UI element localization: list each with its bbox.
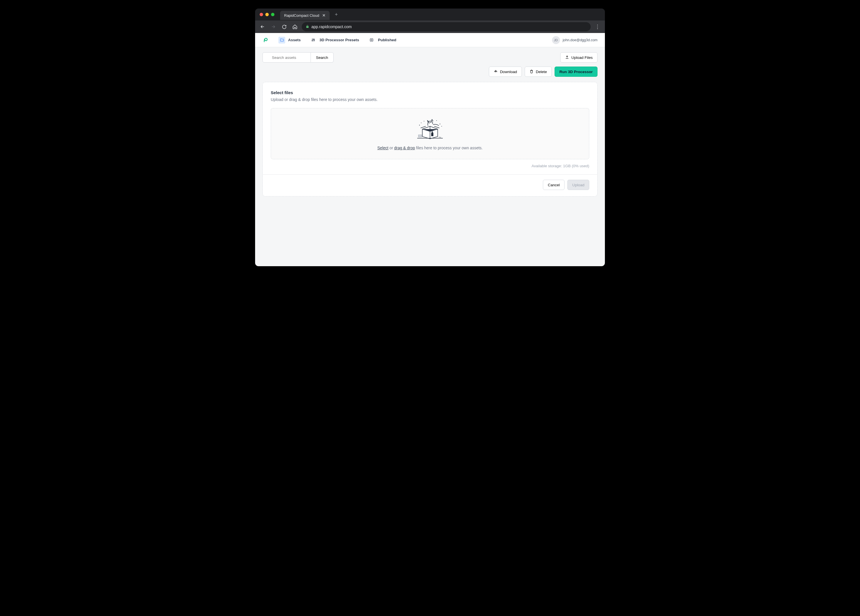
panel-title: Select files	[271, 90, 589, 95]
svg-point-7	[431, 122, 431, 123]
svg-point-1	[313, 39, 314, 40]
panel-subtitle: Upload or drag & drop files here to proc…	[271, 97, 589, 102]
dropzone-text: Select or drag & drop files here to proc…	[377, 146, 483, 150]
back-icon[interactable]	[259, 23, 267, 31]
browser-menu-icon[interactable]: ⋮	[593, 23, 601, 31]
published-icon	[368, 37, 375, 44]
upload-files-button[interactable]: Upload Files	[560, 52, 598, 63]
app-logo[interactable]	[262, 36, 269, 44]
url-bar[interactable]: app.rapidcompact.com	[302, 22, 591, 31]
svg-point-2	[314, 39, 315, 40]
lock-icon	[306, 25, 309, 29]
browser-toolbar: app.rapidcompact.com ⋮	[255, 20, 605, 33]
svg-point-13	[436, 120, 437, 121]
nav-published-label: Published	[378, 38, 397, 42]
svg-point-6	[429, 123, 429, 123]
nav-presets[interactable]: 3D Processor Presets	[310, 37, 359, 44]
nav-presets-label: 3D Processor Presets	[319, 38, 359, 42]
delete-button[interactable]: Delete	[525, 66, 552, 77]
box-cat-illustration-icon	[414, 117, 446, 141]
trash-icon	[529, 69, 534, 74]
tab-title: RapidCompact Cloud	[284, 13, 319, 17]
window-maximize-icon[interactable]	[271, 13, 275, 16]
nav-assets[interactable]: Assets	[278, 37, 301, 44]
reload-icon[interactable]	[280, 23, 288, 31]
select-link[interactable]: Select	[377, 146, 388, 150]
svg-point-8	[419, 125, 420, 126]
new-tab-button[interactable]: +	[333, 11, 340, 18]
app-content: Assets 3D Processor Presets Published JD…	[255, 33, 605, 266]
search-button[interactable]: Search	[311, 52, 334, 63]
svg-point-12	[424, 121, 424, 121]
search-toolbar: Search Upload Files	[255, 47, 605, 63]
svg-rect-14	[418, 135, 422, 137]
browser-titlebar: RapidCompact Cloud ✕ +	[255, 8, 605, 20]
nav-assets-label: Assets	[288, 38, 301, 42]
download-icon	[494, 69, 497, 74]
user-menu[interactable]: JD john.doe@dgg3d.com	[552, 36, 598, 44]
upload-button[interactable]: Upload	[567, 180, 589, 190]
run-processor-button[interactable]: Run 3D Processor	[554, 66, 598, 77]
dropzone[interactable]: Select or drag & drop files here to proc…	[271, 108, 589, 159]
nav-published[interactable]: Published	[368, 37, 397, 44]
url-text: app.rapidcompact.com	[311, 24, 352, 29]
storage-info: Available storage: 1GB (0% used)	[271, 164, 589, 168]
window-close-icon[interactable]	[260, 13, 263, 16]
svg-point-9	[421, 123, 422, 123]
svg-rect-3	[370, 39, 373, 41]
folder-icon	[278, 37, 285, 44]
svg-point-10	[440, 124, 440, 124]
action-toolbar: Download Delete Run 3D Processor	[255, 63, 605, 82]
browser-tab[interactable]: RapidCompact Cloud ✕	[280, 11, 330, 20]
panel-footer: Cancel Upload	[271, 180, 589, 190]
browser-window: RapidCompact Cloud ✕ + app.rapidcompact.…	[255, 8, 605, 266]
upload-icon	[565, 55, 569, 60]
traffic-lights	[260, 13, 275, 16]
window-minimize-icon[interactable]	[265, 13, 269, 16]
upload-panel: Select files Upload or drag & drop files…	[262, 82, 598, 196]
avatar: JD	[552, 36, 560, 44]
search-input[interactable]	[262, 52, 311, 63]
sliders-icon	[310, 37, 317, 44]
svg-point-11	[441, 126, 442, 127]
tab-close-icon[interactable]: ✕	[322, 13, 326, 17]
user-email: john.doe@dgg3d.com	[563, 38, 598, 42]
forward-icon[interactable]	[269, 23, 277, 31]
svg-rect-5	[432, 133, 433, 136]
app-header: Assets 3D Processor Presets Published JD…	[255, 33, 605, 47]
home-icon[interactable]	[291, 23, 299, 31]
download-button[interactable]: Download	[489, 66, 522, 77]
drag-drop-link[interactable]: drag & drop	[394, 146, 415, 150]
cancel-button[interactable]: Cancel	[543, 180, 565, 190]
svg-point-0	[312, 40, 312, 41]
